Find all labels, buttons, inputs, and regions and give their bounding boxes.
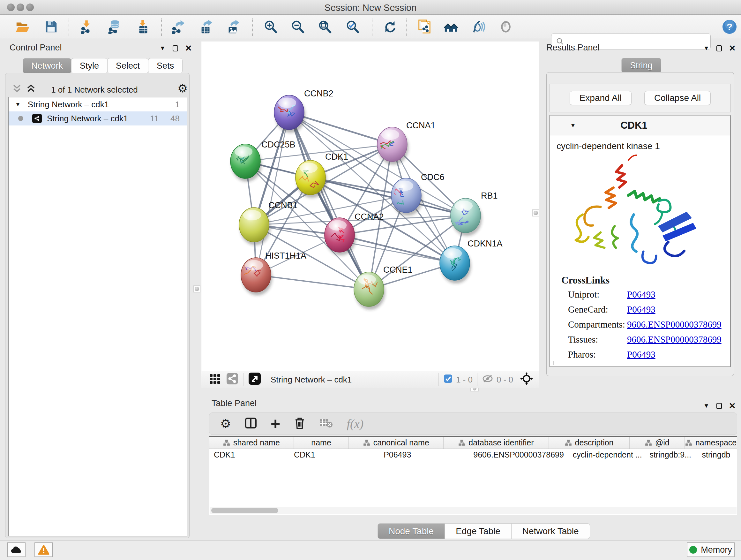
help-icon[interactable]: ? <box>722 19 737 35</box>
column-header-name[interactable]: name <box>294 437 349 449</box>
table-options-gear-icon[interactable]: ⚙ <box>220 417 231 431</box>
cell-id[interactable]: stringdb:9... <box>645 449 697 461</box>
column-header-id[interactable]: @id <box>630 437 685 449</box>
cell-description[interactable]: cyclin-dependent ... <box>568 449 645 461</box>
toolbar-divider <box>439 373 439 386</box>
table-row[interactable]: CDK1 CDK1 P06493 9606.ENSP00000378699 cy… <box>209 449 737 461</box>
export-table-icon[interactable] <box>198 19 213 35</box>
network-options-gear-icon[interactable]: ⚙ <box>178 82 188 95</box>
cell-database-identifier[interactable]: 9606.ENSP00000378699 <box>469 449 568 461</box>
tab-sets[interactable]: Sets <box>148 58 183 73</box>
crosslink-tissues[interactable]: 9606.ENSP00000378699 <box>627 334 722 345</box>
close-panel-icon[interactable]: ✕ <box>729 401 736 410</box>
network-canvas[interactable]: CCNB2CCNA1CDC25BCDK1CDC6RB1CCNB1CCNA2CDK… <box>201 42 539 371</box>
refresh-icon[interactable] <box>382 19 398 35</box>
delete-column-icon[interactable] <box>293 417 306 431</box>
cell-name[interactable]: CDK1 <box>289 449 379 461</box>
float-panel-icon[interactable] <box>717 45 722 51</box>
grid-view-icon[interactable] <box>209 372 221 387</box>
memory-status-icon <box>689 546 697 554</box>
panel-menu-icon[interactable]: ▼ <box>703 402 710 409</box>
fit-content-crosshair-icon[interactable] <box>520 372 533 387</box>
tab-network-table[interactable]: Network Table <box>511 523 590 539</box>
tab-edge-table[interactable]: Edge Table <box>445 523 512 539</box>
save-session-icon[interactable] <box>44 19 59 35</box>
crosslink-uniprot[interactable]: P06493 <box>627 289 656 300</box>
tab-select[interactable]: Select <box>107 58 148 73</box>
network-row-label: String Network – cdk1 <box>47 114 128 124</box>
network-list-view-icon[interactable] <box>226 372 239 387</box>
tab-network[interactable]: Network <box>23 58 71 73</box>
table-horizontal-scrollbar[interactable] <box>210 507 737 514</box>
column-header-canonical-name[interactable]: canonical name <box>349 437 444 449</box>
birdseye-view-icon[interactable] <box>248 372 261 388</box>
close-panel-icon[interactable]: ✕ <box>729 44 736 52</box>
import-network-database-icon[interactable] <box>107 19 122 35</box>
collapse-all-button[interactable]: Collapse All <box>644 91 711 105</box>
zoom-in-icon[interactable] <box>263 19 278 35</box>
cell-canonical-name[interactable]: P06493 <box>379 449 469 461</box>
toolbar-divider <box>243 373 244 386</box>
cloud-status-button[interactable] <box>7 543 25 557</box>
close-panel-icon[interactable]: ✕ <box>185 44 192 52</box>
network-row-selected[interactable]: String Network – cdk1 11 48 <box>9 111 187 125</box>
warning-status-button[interactable] <box>35 543 53 557</box>
toolbar-divider <box>477 373 477 386</box>
crosslink-row: GeneCard:P06493 <box>568 304 722 315</box>
column-header-namespace[interactable]: namespace <box>685 437 737 449</box>
show-columns-icon[interactable] <box>245 417 257 431</box>
import-network-file-icon[interactable] <box>79 19 94 35</box>
home-icon[interactable] <box>443 19 459 35</box>
scrollbar-thumb[interactable] <box>211 508 278 513</box>
section-expand-icon[interactable]: ▼ <box>570 122 576 129</box>
panel-menu-icon[interactable]: ▼ <box>159 45 165 52</box>
tab-style[interactable]: Style <box>71 58 108 73</box>
table-panel-controls: ▼ ✕ <box>703 401 736 410</box>
tree-expand-icon[interactable]: ▼ <box>15 101 21 108</box>
zoom-out-icon[interactable] <box>290 19 306 35</box>
node-label-ccne1: CCNE1 <box>383 265 413 274</box>
open-file-icon[interactable] <box>15 19 30 35</box>
network-collection-row[interactable]: ▼ String Network – cdk1 1 <box>9 98 187 111</box>
cell-shared-name[interactable]: CDK1 <box>209 449 289 461</box>
zoom-fit-icon[interactable] <box>317 19 333 35</box>
zoom-selected-icon[interactable] <box>345 19 360 35</box>
delete-table-icon[interactable] <box>319 418 333 430</box>
export-image-icon[interactable] <box>225 19 241 35</box>
tab-node-table[interactable]: Node Table <box>378 523 445 539</box>
export-network-icon[interactable] <box>171 19 186 35</box>
memory-button[interactable]: Memory <box>687 543 735 557</box>
float-panel-icon[interactable] <box>717 403 722 409</box>
hide-glasses-icon[interactable] <box>470 19 486 35</box>
control-panel-title: Control Panel <box>10 43 62 53</box>
column-header-description[interactable]: description <box>549 437 630 449</box>
left-splitter-handle[interactable] <box>193 286 200 293</box>
function-builder-icon[interactable]: f(x) <box>347 417 363 431</box>
hidden-count: 0 - 0 <box>496 375 513 385</box>
result-scroll-thumb[interactable] <box>553 361 566 365</box>
network-from-file-icon[interactable] <box>417 19 432 35</box>
expand-all-button[interactable]: Expand All <box>569 91 631 105</box>
cell-namespace[interactable]: stringdb <box>697 449 737 461</box>
panel-menu-icon[interactable]: ▼ <box>703 45 710 52</box>
hidden-eye-icon[interactable] <box>482 374 493 386</box>
result-section-header[interactable]: ▼ CDK1 <box>550 116 730 135</box>
results-panel-title: Results Panel <box>546 43 600 53</box>
node-label-ccna2: CCNA2 <box>354 212 384 222</box>
import-table-file-icon[interactable] <box>135 19 151 35</box>
right-splitter-handle[interactable] <box>532 209 539 216</box>
column-header-shared-name[interactable]: shared name <box>209 437 294 449</box>
float-panel-icon[interactable] <box>173 45 178 51</box>
crosslink-compartments[interactable]: 9606.ENSP00000378699 <box>627 319 722 330</box>
crosslink-pharos[interactable]: P06493 <box>627 349 656 360</box>
control-panel-controls: ▼ ✕ <box>159 44 192 52</box>
cdk1-result-card: ▼ CDK1 cyclin-dependent kinase 1 <box>549 115 731 367</box>
network-graph[interactable]: CCNB2CCNA1CDC25BCDK1CDC6RB1CCNB1CCNA2CDK… <box>201 42 540 371</box>
selected-checkbox-icon[interactable] <box>443 374 453 386</box>
network-selector-text: 1 of 1 Network selected <box>8 85 181 95</box>
tab-string[interactable]: String <box>621 58 661 73</box>
shared-column-icon <box>458 439 465 446</box>
show-eye-icon[interactable] <box>498 19 514 35</box>
crosslink-genecard[interactable]: P06493 <box>627 304 656 315</box>
column-header-database-identifier[interactable]: database identifier <box>444 437 549 449</box>
